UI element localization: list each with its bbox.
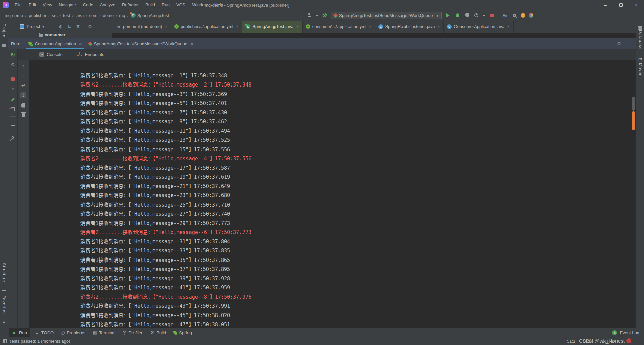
editor-tab[interactable]: publisher\...\application.yml × (171, 21, 242, 33)
breadcrumb-item[interactable]: com (89, 13, 98, 18)
menu-item[interactable]: Analyze (97, 1, 118, 8)
tool-window-button[interactable]: Run (9, 328, 30, 337)
hide-panel-icon[interactable]: − (96, 24, 102, 30)
maven-icon[interactable]: m (638, 56, 642, 62)
run-settings-gear-icon[interactable]: ⚙ (616, 41, 622, 47)
stripe-project-button[interactable]: Project (2, 24, 6, 39)
tab-close-icon[interactable]: × (438, 24, 440, 29)
soft-wrap-icon[interactable]: ↩ (20, 82, 26, 89)
translate-icon[interactable]: Aa (502, 12, 508, 18)
favorites-star-icon[interactable]: ★ (2, 320, 6, 325)
hide-run-panel-icon[interactable]: − (627, 41, 633, 47)
expand-all-icon[interactable]: ⇊ (66, 24, 72, 30)
collapse-all-icon[interactable]: ⇈ (75, 24, 81, 30)
tool-window-button[interactable]: Terminal (90, 328, 118, 337)
stripe-structure-button[interactable]: Structure (2, 263, 6, 282)
project-folder-icon[interactable] (1, 43, 7, 49)
profiler-button[interactable] (473, 12, 479, 18)
exit-process-icon[interactable] (10, 106, 16, 112)
console-scrollbar[interactable] (632, 60, 635, 328)
menu-item[interactable]: Refactor (119, 1, 141, 8)
tool-window-button[interactable]: Build (147, 328, 169, 337)
stripe-favorites-button[interactable]: Favorites (2, 295, 6, 315)
editor-tab[interactable]: ConsumerApplication.java × (444, 21, 514, 33)
console-tab[interactable]: > Console (36, 49, 66, 60)
close-button[interactable]: × (629, 0, 644, 10)
editor-tab[interactable]: consumer\...\application.yml × (303, 21, 375, 33)
menu-item[interactable]: VCS (174, 1, 188, 8)
menu-item[interactable]: Run (159, 1, 172, 8)
editor-tab[interactable]: pom.xml (mq-demo) × (112, 21, 171, 33)
tree-item-consumer[interactable]: consumer (8, 33, 112, 38)
caret-position[interactable]: 51:1 (567, 339, 575, 344)
breadcrumb-item[interactable]: java (75, 13, 84, 18)
restore-layout-icon[interactable] (10, 121, 16, 127)
stripe-maven-button[interactable]: Maven (638, 63, 643, 77)
stop-process-icon[interactable] (10, 76, 16, 82)
run-tab-test[interactable]: SpringAmqpTest.testSendMessage2WorkQueue… (85, 38, 197, 49)
tool-window-button[interactable]: Spring (170, 328, 195, 337)
down-stacktrace-icon[interactable]: ↓ (20, 73, 26, 79)
menu-item[interactable]: File (12, 1, 24, 8)
tool-window-button[interactable]: TODO (32, 328, 57, 337)
endpoints-tab[interactable]: Endpoints (74, 49, 108, 60)
coverage-button[interactable] (464, 12, 470, 18)
tab-close-icon[interactable]: × (165, 24, 167, 29)
tab-close-icon[interactable]: × (191, 41, 193, 46)
breadcrumb-item[interactable]: mq-demo (5, 13, 23, 18)
breadcrumb-item[interactable]: test (63, 13, 70, 18)
rerun-icon[interactable]: ↻ (10, 52, 16, 58)
editor-tab[interactable]: SpringRabbitListener.java × (375, 21, 444, 33)
breadcrumb-item[interactable]: src (52, 13, 57, 18)
run-configuration-select[interactable]: SpringAmqpTest.testSendMessage2WorkQueue… (331, 12, 442, 19)
project-panel-title[interactable]: Project (26, 24, 40, 29)
database-icon[interactable] (638, 26, 642, 27)
restore-button[interactable] (613, 0, 629, 10)
structure-icon[interactable] (2, 287, 6, 291)
menu-item[interactable]: Navigate (56, 1, 78, 8)
profiler-caret-icon[interactable]: ▾ (483, 12, 485, 18)
tool-window-button[interactable]: Profiler (120, 328, 145, 337)
menu-item[interactable]: Build (143, 1, 158, 8)
stripe-database-button[interactable]: Database (638, 30, 643, 50)
menu-item[interactable]: View (40, 1, 55, 8)
clear-console-trash-icon[interactable] (20, 112, 26, 118)
run-button[interactable] (445, 12, 451, 18)
debug-button[interactable] (454, 12, 461, 18)
stop-button[interactable] (489, 12, 495, 18)
scroll-to-end-icon[interactable]: ↧ (20, 92, 26, 98)
tool-window-button[interactable]: Problems (58, 328, 88, 337)
console-output[interactable]: 消费者1接收到消息：【"Hello,message--1"】17:50:37.3… (29, 60, 636, 328)
user-caret-icon[interactable]: ▾ (316, 12, 318, 18)
editor-tab[interactable]: SpringAmqpTest.java × (242, 21, 302, 33)
minimize-button[interactable]: – (598, 0, 613, 10)
print-icon[interactable] (20, 102, 26, 108)
thread-dump-camera-icon[interactable] (10, 86, 16, 92)
breadcrumb-item[interactable]: publisher (29, 13, 46, 18)
update-notification-icon[interactable]: ↑ (521, 13, 525, 18)
tab-close-icon[interactable]: × (296, 24, 299, 29)
build-project-icon[interactable]: ⚒ (322, 12, 328, 18)
tab-close-icon[interactable]: × (507, 24, 510, 29)
locate-file-icon[interactable]: ⊕ (58, 24, 64, 30)
tab-close-icon[interactable]: × (79, 41, 82, 46)
scrollbar-thumb[interactable] (632, 97, 635, 111)
tab-close-icon[interactable]: × (369, 24, 372, 29)
menu-item[interactable]: Edit (26, 1, 39, 8)
ide-features-icon[interactable] (529, 13, 533, 18)
attach-debugger-icon[interactable]: ⇗ (10, 96, 16, 102)
up-stacktrace-icon[interactable]: ↑ (20, 63, 26, 69)
run-tab-consumer-application[interactable]: ConsumerApplication × (25, 38, 85, 49)
breadcrumb-leaf[interactable]: SpringAmqpTest (137, 13, 169, 18)
breadcrumb-item[interactable]: demo (103, 13, 114, 18)
user-account-icon[interactable] (306, 12, 312, 18)
menu-item[interactable]: Code (80, 1, 96, 8)
pin-tab-icon[interactable] (10, 135, 16, 141)
search-everywhere-icon[interactable] (511, 12, 517, 18)
event-log-button[interactable]: 4 Event Log (612, 330, 639, 335)
project-caret-icon[interactable]: ▾ (42, 24, 44, 29)
tab-close-icon[interactable]: × (236, 24, 239, 29)
edit-configuration-wrench-icon[interactable]: ⚙ (10, 62, 16, 68)
breadcrumb-item[interactable]: mq (119, 13, 125, 18)
tool-window-switcher-icon[interactable] (3, 339, 7, 343)
